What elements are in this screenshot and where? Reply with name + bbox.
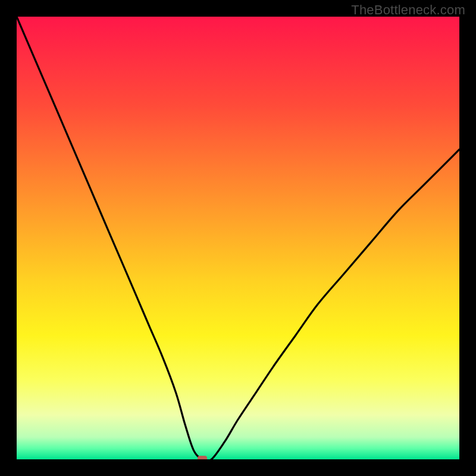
chart-svg xyxy=(17,17,459,459)
chart-plot-area xyxy=(17,17,459,459)
optimal-point-marker xyxy=(198,456,207,459)
gradient-background xyxy=(17,17,459,459)
watermark-text: TheBottleneck.com xyxy=(351,2,465,18)
chart-frame: TheBottleneck.com xyxy=(0,0,476,476)
